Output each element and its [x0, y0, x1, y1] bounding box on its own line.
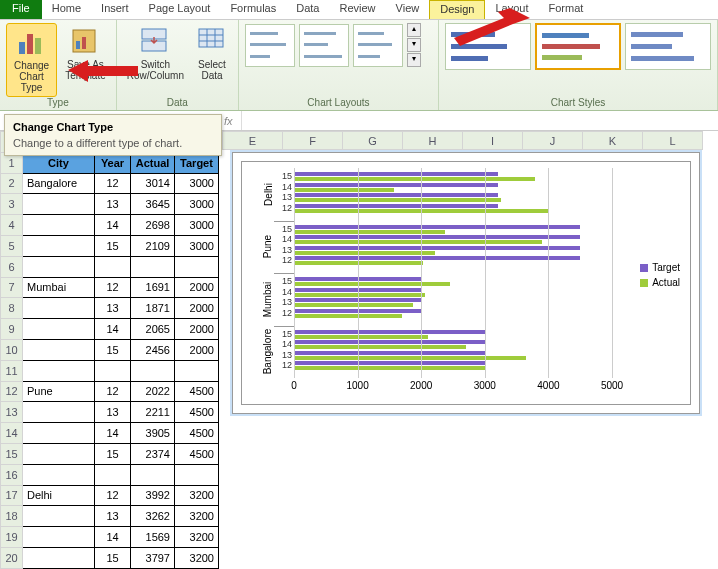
cell[interactable]: 12 [95, 485, 131, 506]
cell[interactable]: 2211 [131, 402, 175, 423]
cell[interactable]: 3000 [175, 173, 219, 194]
cell[interactable]: 2374 [131, 443, 175, 464]
col-header-I[interactable]: I [463, 132, 523, 150]
row-header[interactable]: 13 [1, 402, 23, 423]
cell[interactable]: 15 [95, 547, 131, 568]
table-row[interactable]: 51521093000 [1, 235, 219, 256]
cell[interactable]: Mumbai [23, 277, 95, 298]
cell[interactable]: 3200 [175, 547, 219, 568]
cell[interactable]: 3200 [175, 506, 219, 527]
table-row[interactable]: 7Mumbai1216912000 [1, 277, 219, 298]
chart-layout-1[interactable] [245, 24, 295, 67]
cell[interactable]: 15 [95, 235, 131, 256]
row-header[interactable]: 14 [1, 423, 23, 444]
cell[interactable] [23, 527, 95, 548]
cell[interactable]: 2000 [175, 298, 219, 319]
table-row[interactable]: 41426983000 [1, 215, 219, 236]
cell[interactable] [23, 319, 95, 340]
cell[interactable] [95, 256, 131, 277]
table-row[interactable]: 131322114500 [1, 402, 219, 423]
cell[interactable]: 1569 [131, 527, 175, 548]
table-row[interactable]: 191415693200 [1, 527, 219, 548]
cell[interactable] [175, 256, 219, 277]
table-row[interactable]: 101524562000 [1, 339, 219, 360]
cell[interactable]: 3200 [175, 527, 219, 548]
cell[interactable] [131, 464, 175, 485]
cell[interactable]: 2456 [131, 339, 175, 360]
cell[interactable] [131, 256, 175, 277]
col-header-H[interactable]: H [403, 132, 463, 150]
layout-scroll-down[interactable]: ▾ [407, 38, 421, 52]
cell[interactable]: 2065 [131, 319, 175, 340]
cell[interactable]: 1871 [131, 298, 175, 319]
cell[interactable]: 2109 [131, 235, 175, 256]
row-header[interactable]: 19 [1, 527, 23, 548]
cell[interactable] [175, 360, 219, 381]
change-chart-type-button[interactable]: Change Chart Type [6, 23, 57, 97]
cell[interactable] [23, 256, 95, 277]
cell[interactable] [23, 506, 95, 527]
cell[interactable] [23, 194, 95, 215]
tab-file[interactable]: File [0, 0, 42, 19]
layout-more[interactable]: ▾ [407, 53, 421, 67]
cell[interactable] [23, 464, 95, 485]
row-header[interactable]: 9 [1, 319, 23, 340]
cell[interactable]: 4500 [175, 381, 219, 402]
cell[interactable]: 3262 [131, 506, 175, 527]
row-header[interactable]: 6 [1, 256, 23, 277]
table-row[interactable]: 201537973200 [1, 547, 219, 568]
cell[interactable] [23, 215, 95, 236]
row-header[interactable]: 16 [1, 464, 23, 485]
cell[interactable]: 15 [95, 339, 131, 360]
row-header[interactable]: 2 [1, 173, 23, 194]
cell[interactable]: 1691 [131, 277, 175, 298]
cell[interactable]: 14 [95, 319, 131, 340]
cell[interactable]: 14 [95, 423, 131, 444]
cell[interactable] [95, 464, 131, 485]
tab-home[interactable]: Home [42, 0, 91, 19]
row-header[interactable]: 20 [1, 547, 23, 568]
cell[interactable]: 4500 [175, 402, 219, 423]
cell[interactable]: 12 [95, 277, 131, 298]
embedded-chart[interactable]: Delhi15141312Pune15141312Mumbai15141312B… [232, 152, 700, 414]
cell[interactable]: 4500 [175, 443, 219, 464]
cell[interactable]: 3000 [175, 194, 219, 215]
cell[interactable]: 15 [95, 443, 131, 464]
cell[interactable] [23, 443, 95, 464]
tab-format[interactable]: Format [538, 0, 593, 19]
col-header-K[interactable]: K [583, 132, 643, 150]
tab-page-layout[interactable]: Page Layout [139, 0, 221, 19]
row-header[interactable]: 7 [1, 277, 23, 298]
cell[interactable]: 13 [95, 298, 131, 319]
chart-layout-3[interactable] [353, 24, 403, 67]
cell[interactable]: 3014 [131, 173, 175, 194]
table-row[interactable]: 91420652000 [1, 319, 219, 340]
table-row[interactable]: 12Pune1220224500 [1, 381, 219, 402]
col-header-F[interactable]: F [283, 132, 343, 150]
row-header[interactable]: 12 [1, 381, 23, 402]
cell[interactable]: 3000 [175, 235, 219, 256]
row-header[interactable]: 10 [1, 339, 23, 360]
cell[interactable] [23, 402, 95, 423]
table-row[interactable]: 31336453000 [1, 194, 219, 215]
tab-formulas[interactable]: Formulas [220, 0, 286, 19]
select-data-button[interactable]: Select Data [192, 23, 232, 97]
cell[interactable]: Delhi [23, 485, 95, 506]
cell[interactable]: 2698 [131, 215, 175, 236]
data-grid[interactable]: A B C D 1CityYearActualTarget2Bangalore1… [0, 131, 219, 569]
cell[interactable] [131, 360, 175, 381]
cell[interactable]: Pune [23, 381, 95, 402]
row-header[interactable]: 3 [1, 194, 23, 215]
cell[interactable]: 3645 [131, 194, 175, 215]
table-row[interactable]: 2Bangalore1230143000 [1, 173, 219, 194]
cell[interactable] [95, 360, 131, 381]
cell[interactable]: 4500 [175, 423, 219, 444]
cell[interactable]: 2000 [175, 277, 219, 298]
cell[interactable]: 3000 [175, 215, 219, 236]
cell[interactable] [23, 547, 95, 568]
table-row[interactable]: 16 [1, 464, 219, 485]
cell[interactable]: 12 [95, 173, 131, 194]
cell[interactable]: 3200 [175, 485, 219, 506]
cell[interactable]: 2022 [131, 381, 175, 402]
table-row[interactable]: 151523744500 [1, 443, 219, 464]
